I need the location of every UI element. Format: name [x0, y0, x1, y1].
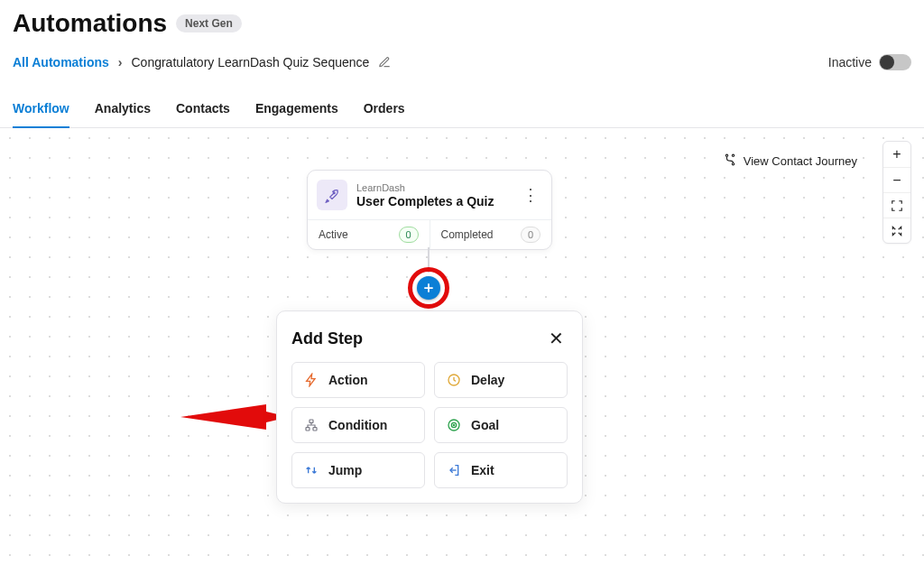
zoom-out-button[interactable]: −: [883, 167, 910, 192]
svg-point-2: [732, 163, 734, 165]
rocket-icon: [317, 180, 347, 210]
trigger-source: LearnDash: [356, 182, 494, 193]
close-icon[interactable]: ✕: [545, 328, 568, 349]
add-step-button[interactable]: [417, 276, 440, 300]
step-goal-label: Goal: [471, 418, 499, 432]
fit-screen-button[interactable]: [883, 192, 910, 218]
active-toggle[interactable]: [879, 54, 911, 70]
exit-icon: [446, 462, 462, 478]
active-label: Active: [319, 228, 348, 241]
tab-contacts[interactable]: Contacts: [176, 92, 230, 128]
breadcrumb-current: Congratulatory LearnDash Quiz Sequence: [131, 55, 369, 69]
workflow-canvas[interactable]: View Contact Journey + − LearnDash User …: [0, 128, 924, 561]
next-gen-badge: Next Gen: [176, 14, 242, 32]
page-title: Automations: [13, 9, 167, 38]
delay-icon: [446, 372, 462, 388]
chevron-right-icon: ›: [118, 55, 123, 69]
tab-workflow[interactable]: Workflow: [13, 92, 69, 128]
view-journey-label: View Contact Journey: [744, 154, 857, 168]
trigger-node[interactable]: LearnDash User Completes a Quiz ⋮ Active…: [307, 170, 552, 250]
fullscreen-button[interactable]: [883, 218, 910, 243]
trigger-title: User Completes a Quiz: [356, 194, 494, 208]
tab-orders[interactable]: Orders: [364, 92, 405, 128]
annotation-arrow-icon: [180, 397, 289, 437]
svg-marker-4: [180, 404, 289, 430]
tab-engagements[interactable]: Engagements: [255, 92, 338, 128]
zoom-controls: + −: [882, 141, 911, 244]
add-step-highlight-ring: [408, 267, 449, 309]
view-contact-journey-button[interactable]: View Contact Journey: [720, 152, 861, 171]
svg-rect-6: [310, 420, 313, 422]
svg-rect-8: [313, 428, 317, 431]
jump-icon: [303, 462, 319, 478]
more-options-icon[interactable]: ⋮: [519, 191, 542, 199]
completed-label: Completed: [441, 228, 494, 241]
step-condition-button[interactable]: Condition: [291, 407, 425, 443]
step-action-button[interactable]: Action: [291, 362, 425, 398]
tab-analytics[interactable]: Analytics: [95, 92, 151, 128]
status-label: Inactive: [828, 55, 872, 69]
svg-point-11: [453, 424, 454, 425]
edit-icon[interactable]: [378, 56, 391, 69]
svg-rect-7: [306, 428, 310, 431]
modal-title: Add Step: [291, 329, 363, 348]
action-icon: [303, 372, 319, 388]
condition-icon: [303, 417, 319, 433]
step-condition-label: Condition: [328, 418, 387, 432]
breadcrumb: All Automations › Congratulatory LearnDa…: [13, 55, 391, 69]
journey-icon: [724, 153, 736, 169]
step-delay-label: Delay: [471, 373, 504, 387]
step-exit-label: Exit: [471, 463, 494, 477]
svg-point-1: [732, 154, 734, 156]
breadcrumb-root-link[interactable]: All Automations: [13, 55, 109, 69]
svg-point-0: [725, 154, 727, 156]
step-action-label: Action: [328, 373, 368, 387]
add-step-modal: Add Step ✕ Action Delay Condition: [276, 310, 583, 504]
step-exit-button[interactable]: Exit: [434, 452, 568, 488]
zoom-in-button[interactable]: +: [883, 142, 910, 167]
active-count: 0: [399, 227, 419, 243]
step-goal-button[interactable]: Goal: [434, 407, 568, 443]
step-jump-button[interactable]: Jump: [291, 452, 425, 488]
step-delay-button[interactable]: Delay: [434, 362, 568, 398]
goal-icon: [446, 417, 462, 433]
step-jump-label: Jump: [328, 463, 362, 477]
completed-count: 0: [521, 227, 541, 243]
tabs: Workflow Analytics Contacts Engagements …: [0, 92, 924, 128]
